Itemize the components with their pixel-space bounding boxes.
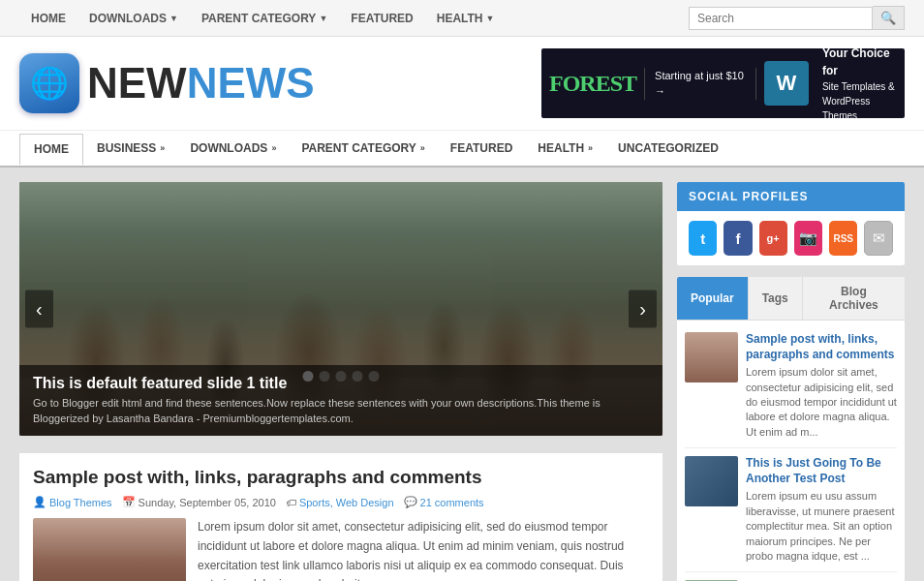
main-content: ‹ › This is default featured slide 1 tit… (0, 168, 924, 581)
tabs-header: Popular Tags Blog Archives (677, 277, 905, 321)
google-plus-icon[interactable]: g+ (759, 221, 787, 256)
blog-post: Sample post with, links, paragraphs and … (19, 453, 662, 581)
post-comments-link[interactable]: 21 comments (420, 497, 484, 508)
sec-nav-home[interactable]: HOME (19, 134, 83, 166)
popular-post-1-title[interactable]: Sample post with, links, paragraphs and … (746, 332, 897, 362)
slider-title: This is default featured slide 1 title (33, 375, 649, 392)
comment-icon: 💬 (404, 496, 417, 508)
themeforest-banner[interactable]: FOREST Starting at just $10 → W Your Cho… (541, 48, 905, 118)
slider-caption: This is default featured slide 1 title G… (19, 365, 662, 436)
sec-nav-uncategorized[interactable]: UNCATEGORIZED (606, 134, 730, 163)
sec-nav-featured[interactable]: FEATURED (439, 134, 524, 163)
banner-right-text: Your Choice for Site Templates &WordPres… (816, 48, 905, 118)
featured-slider: ‹ › This is default featured slide 1 tit… (19, 182, 662, 436)
social-profiles-widget: SOCIAL PROFILES t f g+ 📷 RSS ✉ (677, 182, 905, 265)
post-meta-tags: 🏷 Sports, Web Design (286, 497, 394, 508)
tags-icon: 🏷 (286, 497, 296, 508)
downloads-arrow-icon: ▼ (169, 14, 178, 23)
search-input[interactable] (689, 7, 873, 30)
mail-icon[interactable]: ✉ (864, 221, 893, 256)
twitter-icon[interactable]: t (689, 221, 717, 256)
post-title: Sample post with, links, paragraphs and … (33, 467, 649, 488)
posts-tabs-widget: Popular Tags Blog Archives Sample post w… (677, 277, 905, 581)
date-icon: 📅 (122, 496, 136, 508)
author-icon: 👤 (33, 496, 46, 508)
logo[interactable]: 🌐 NEWNEWS (19, 53, 315, 113)
sec-nav-business[interactable]: BUSINESS » (85, 134, 176, 163)
top-nav-links: HOME DOWNLOADS ▼ PARENT CATEGORY ▼ FEATU… (19, 12, 506, 25)
popular-post-1-excerpt: Lorem ipsum dolor sit amet, consectetur … (746, 365, 897, 440)
top-nav-featured[interactable]: FEATURED (339, 12, 424, 25)
parent-category-arrow-icon: ▼ (319, 14, 327, 23)
post-body: Lorem ipsum dolor sit amet, consectetur … (33, 518, 649, 581)
post-category-link[interactable]: Blog Themes (49, 497, 112, 508)
popular-post-2-excerpt: Lorem ipsum eu usu assum liberavisse, ut… (746, 489, 897, 564)
post-date: Sunday, September 05, 2010 (139, 497, 276, 508)
popular-post-2-info: This is Just Going To Be Another Test Po… (746, 456, 897, 564)
tab-blog-archives[interactable]: Blog Archives (802, 277, 905, 320)
logo-new: NEW (87, 59, 187, 107)
slider-prev-button[interactable]: ‹ (25, 290, 53, 328)
top-nav-home[interactable]: HOME (19, 12, 77, 25)
wordpress-icon: W (764, 61, 809, 106)
post-thumb-image (33, 518, 186, 581)
facebook-icon[interactable]: f (724, 221, 752, 256)
business-arrow-icon: » (160, 143, 165, 153)
downloads-sec-arrow-icon: » (271, 143, 276, 153)
sec-nav-downloads[interactable]: DOWNLOADS » (178, 134, 288, 163)
popular-post-1-thumb (685, 332, 738, 382)
top-nav-parent-category[interactable]: PARENT CATEGORY ▼ (190, 12, 339, 25)
secondary-navigation: HOME BUSINESS » DOWNLOADS » PARENT CATEG… (0, 131, 924, 168)
health-arrow-icon: ▼ (486, 14, 495, 23)
logo-text: NEWNEWS (87, 62, 315, 105)
forest-brand-text: FOREST (541, 71, 644, 97)
content-area: ‹ › This is default featured slide 1 tit… (19, 182, 662, 581)
logo-globe-icon: 🌐 (19, 53, 79, 113)
popular-post-2-title[interactable]: This is Just Going To Be Another Test Po… (746, 456, 897, 486)
popular-post-1: Sample post with, links, paragraphs and … (685, 324, 897, 448)
popular-post-1-info: Sample post with, links, paragraphs and … (746, 332, 897, 440)
tab-popular-content: Sample post with, links, paragraphs and … (677, 321, 905, 581)
post-meta: 👤 Blog Themes 📅 Sunday, September 05, 20… (33, 496, 649, 508)
post-meta-date: 📅 Sunday, September 05, 2010 (122, 496, 276, 508)
top-navigation: HOME DOWNLOADS ▼ PARENT CATEGORY ▼ FEATU… (0, 0, 924, 37)
rss-icon[interactable]: RSS (829, 221, 857, 256)
post-tags-link[interactable]: Sports, Web Design (299, 497, 394, 508)
sec-nav-health[interactable]: HEALTH » (526, 134, 604, 163)
popular-post-3: Keeping The Title Length Equal For Home … (685, 572, 897, 581)
sec-nav-parent-category[interactable]: PARENT CATEGORY » (290, 134, 436, 163)
health-sec-arrow-icon: » (588, 143, 593, 153)
social-icons-row: t f g+ 📷 RSS ✉ (677, 211, 905, 265)
site-header: 🌐 NEWNEWS FOREST Starting at just $10 → … (0, 37, 924, 131)
slider-caption-text: Go to Blogger edit html and find these s… (33, 396, 649, 426)
tab-tags[interactable]: Tags (748, 277, 802, 320)
top-nav-health[interactable]: HEALTH ▼ (425, 12, 507, 25)
top-nav-downloads[interactable]: DOWNLOADS ▼ (77, 12, 190, 25)
popular-post-2-thumb (685, 456, 738, 506)
slider-next-button[interactable]: › (629, 290, 657, 328)
social-profiles-title: SOCIAL PROFILES (677, 182, 905, 211)
search-button[interactable]: 🔍 (873, 6, 905, 30)
banner-starting-text: Starting at just $10 → (644, 68, 756, 100)
popular-post-2: This is Just Going To Be Another Test Po… (685, 448, 897, 572)
instagram-icon[interactable]: 📷 (794, 221, 822, 256)
sidebar: SOCIAL PROFILES t f g+ 📷 RSS ✉ Popular T… (677, 182, 905, 581)
post-meta-author: 👤 Blog Themes (33, 496, 112, 508)
post-thumbnail (33, 518, 186, 581)
post-meta-comments: 💬 21 comments (404, 496, 484, 508)
search-wrap: 🔍 (689, 6, 905, 30)
logo-news: NEWS (187, 59, 315, 107)
tab-popular[interactable]: Popular (677, 277, 748, 320)
parent-cat-sec-arrow-icon: » (420, 143, 425, 153)
